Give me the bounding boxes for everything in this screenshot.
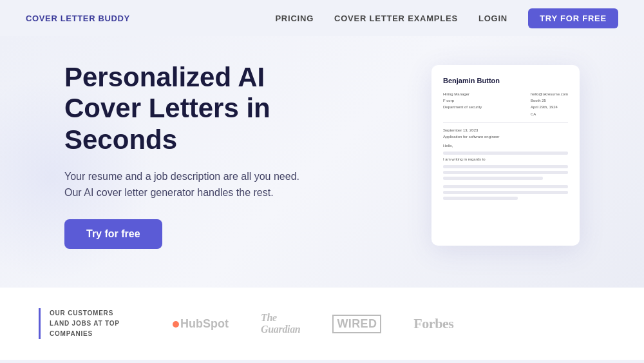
doc-address-left: Hiring Manager F corp Department of secu… bbox=[443, 91, 482, 117]
doc-body-line-3 bbox=[443, 171, 568, 174]
nav-login[interactable]: LOGIN bbox=[478, 14, 507, 23]
doc-body-line-1 bbox=[443, 152, 568, 155]
doc-address-right: hello@okresume.com Booth 25 April 29th, … bbox=[531, 91, 568, 117]
doc-divider bbox=[443, 123, 568, 123]
doc-body-line-7 bbox=[443, 197, 518, 200]
document-preview: Benjamin Button Hiring Manager F corp De… bbox=[431, 65, 580, 246]
forbes-logo: Forbes bbox=[413, 315, 453, 332]
hubspot-logo: HubSpot bbox=[173, 317, 229, 331]
doc-salutation: Hello, bbox=[443, 144, 568, 148]
hero-subtitle: Your resume and a job description are al… bbox=[64, 168, 309, 201]
doc-address-block: Hiring Manager F corp Department of secu… bbox=[443, 91, 568, 117]
doc-body-intro: I am writing in regards to bbox=[443, 157, 568, 161]
doc-body-line-5 bbox=[443, 185, 568, 188]
logo: COVER LETTER BUDDY bbox=[26, 14, 130, 23]
hero-title: Personalized AI Cover Letters in Seconds bbox=[64, 62, 348, 155]
brands-logos: HubSpot TheGuardian WIRED Forbes bbox=[173, 312, 605, 335]
doc-date: September 13, 2023 bbox=[443, 128, 568, 132]
doc-body-line-2 bbox=[443, 165, 568, 168]
guardian-logo: TheGuardian bbox=[261, 312, 300, 335]
brands-tagline: OUR CUSTOMERS LAND JOBS AT TOP COMPANIES bbox=[39, 308, 142, 339]
doc-recipient-name: Benjamin Button bbox=[443, 77, 568, 84]
hubspot-circle-icon bbox=[173, 321, 179, 328]
doc-body-line-6 bbox=[443, 191, 568, 194]
hero-section: Personalized AI Cover Letters in Seconds… bbox=[0, 36, 644, 288]
nav-links: PRICING COVER LETTER EXAMPLES LOGIN TRY … bbox=[275, 8, 618, 28]
cover-letter-card: Benjamin Button Hiring Manager F corp De… bbox=[431, 65, 580, 246]
nav-pricing[interactable]: PRICING bbox=[275, 14, 314, 23]
navbar: COVER LETTER BUDDY PRICING COVER LETTER … bbox=[0, 0, 644, 36]
benefits-section: BENEFITS bbox=[0, 360, 644, 363]
try-for-free-button[interactable]: TRY FOR FREE bbox=[528, 8, 618, 28]
nav-examples[interactable]: COVER LETTER EXAMPLES bbox=[334, 14, 458, 23]
doc-body-line-4 bbox=[443, 177, 543, 180]
doc-subject: Application for software engineer bbox=[443, 135, 568, 139]
brands-section: OUR CUSTOMERS LAND JOBS AT TOP COMPANIES… bbox=[0, 288, 644, 360]
wired-logo: WIRED bbox=[332, 315, 381, 333]
brands-tagline-text: OUR CUSTOMERS LAND JOBS AT TOP COMPANIES bbox=[50, 308, 142, 339]
hero-content: Personalized AI Cover Letters in Seconds… bbox=[64, 62, 348, 249]
hero-cta-button[interactable]: Try for free bbox=[64, 219, 162, 249]
